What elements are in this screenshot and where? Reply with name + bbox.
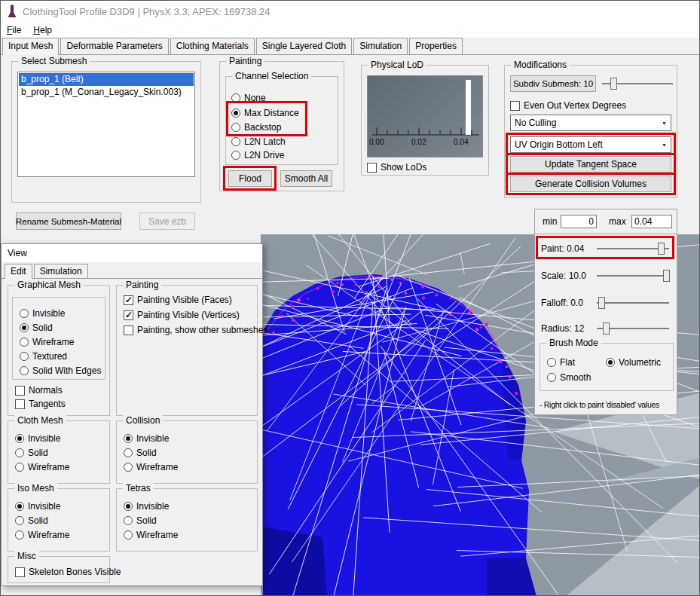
checkbox-label: Painting, show other submeshes [137, 325, 267, 335]
radio-label: Solid [136, 515, 157, 526]
brush-panel: Paint: 0.04 Scale: 10.0 Falloff: 0.0 Rad… [534, 234, 677, 415]
radio-collision-invisible[interactable]: Invisible [124, 432, 169, 445]
radio-iso-solid[interactable]: Solid [15, 515, 48, 527]
rename-submesh-material-button[interactable]: Rename Submesh-Material [16, 212, 121, 230]
radio-label: None [244, 93, 266, 103]
radio-label: Invisible [136, 501, 169, 512]
radio-icon [124, 530, 133, 539]
tab-input-mesh[interactable]: Input Mesh [2, 38, 59, 55]
radio-gm-wireframe[interactable]: Wireframe [20, 336, 74, 348]
skeleton-bones-visible-checkbox[interactable]: Skeleton Bones Visible [15, 566, 121, 578]
smooth-all-button[interactable]: Smooth All [280, 170, 332, 187]
radio-tetras-invisible[interactable]: Invisible [124, 500, 169, 512]
tab-clothing-materials[interactable]: Clothing Materials [170, 38, 255, 54]
lod-tick-2: 0.04 [454, 138, 468, 146]
radio-flat[interactable]: Flat [547, 356, 575, 368]
scale-slider[interactable] [597, 269, 669, 283]
radio-l2n-drive[interactable]: L2N Drive [231, 149, 284, 161]
radio-gm-solid[interactable]: Solid [20, 322, 53, 334]
save-ezb-button: Save ezb [139, 212, 195, 230]
radio-tetras-wireframe[interactable]: Wireframe [124, 529, 178, 541]
graphical-mesh-label: Graphical Mesh [14, 280, 84, 290]
radio-icon [124, 516, 133, 525]
radio-tetras-solid[interactable]: Solid [124, 515, 157, 527]
submesh-listbox[interactable]: b_prop_1 (Belt) b_prop_1 (M_Conan_Legacy… [17, 72, 195, 177]
radio-label: Solid [28, 515, 48, 526]
generate-collision-volumes-button[interactable]: Generate Collision Volumes [510, 176, 671, 192]
slider-thumb[interactable] [610, 78, 617, 90]
menubar: File Help [1, 22, 699, 38]
minmax-panel: min max [534, 209, 677, 234]
menu-help[interactable]: Help [33, 25, 52, 35]
painting-show-other-submeshes-checkbox[interactable]: Painting, show other submeshes [124, 324, 267, 336]
slider-track [597, 302, 669, 304]
radio-volumetric[interactable]: Volumetric [606, 356, 661, 368]
radio-collision-solid[interactable]: Solid [124, 447, 157, 459]
view-window: View Edit Simulation Graphical Mesh Invi… [1, 243, 263, 586]
radio-collision-wireframe[interactable]: Wireframe [124, 461, 178, 473]
list-item[interactable]: b_prop_1 (Belt) [19, 73, 194, 86]
tab-single-layered-cloth[interactable]: Single Layered Cloth [256, 38, 352, 54]
radio-iso-wireframe[interactable]: Wireframe [15, 529, 69, 541]
radius-slider[interactable] [597, 322, 669, 335]
titlebar[interactable]: ClothingTool Profile D3D9 | PhysX 3.3, A… [1, 1, 699, 22]
tab-simulation[interactable]: Simulation [353, 38, 408, 54]
painting-visible-faces-checkbox[interactable]: Painting Visible (Faces) [124, 294, 232, 306]
view-window-titlebar[interactable]: View [2, 244, 262, 262]
list-item[interactable]: b_prop_1 (M_Conan_Legacy_Skin.003) [19, 86, 194, 99]
radio-cloth-invisible[interactable]: Invisible [15, 432, 60, 445]
even-out-vertex-degrees-checkbox[interactable]: Even Out Vertex Degrees [510, 99, 626, 112]
radio-cloth-wireframe[interactable]: Wireframe [15, 461, 69, 473]
brush-mode-label: Brush Mode [546, 338, 601, 348]
paint-slider[interactable] [597, 242, 669, 255]
radio-icon [20, 366, 29, 375]
radio-gm-invisible[interactable]: Invisible [20, 307, 65, 319]
radio-gm-solid-with-edges[interactable]: Solid With Edges [20, 365, 101, 377]
tangents-checkbox[interactable]: Tangents [15, 398, 66, 410]
radio-icon [124, 463, 133, 472]
max-input[interactable] [631, 215, 672, 228]
chevron-down-icon: ▼ [658, 115, 671, 130]
flood-button[interactable]: Flood [228, 170, 272, 187]
slider-thumb[interactable] [663, 270, 670, 282]
radio-label: Solid [136, 448, 157, 458]
radio-label: Solid [32, 322, 53, 333]
painting-visible-vertices-checkbox[interactable]: Painting Visible (Vertices) [124, 309, 240, 321]
menu-file[interactable]: File [7, 25, 21, 35]
slider-thumb[interactable] [598, 297, 605, 309]
channel-selection-label: Channel Selection [232, 71, 311, 81]
subdiv-slider[interactable] [602, 77, 673, 90]
tab-properties[interactable]: Properties [409, 38, 463, 54]
radio-none[interactable]: None [231, 92, 266, 104]
radio-icon [15, 530, 24, 539]
normals-checkbox[interactable]: Normals [15, 384, 63, 396]
falloff-slider[interactable] [597, 296, 669, 310]
slider-thumb[interactable] [658, 243, 665, 255]
radio-smooth[interactable]: Smooth [547, 371, 591, 384]
min-input[interactable] [561, 215, 597, 228]
window-title: ClothingTool Profile D3D9 | PhysX 3.3, A… [23, 6, 271, 17]
tab-deformable-parameters[interactable]: Deformable Parameters [60, 38, 168, 54]
radio-gm-textured[interactable]: Textured [20, 350, 67, 362]
culling-dropdown[interactable]: No Culling ▼ [510, 115, 671, 131]
physical-lod-chart[interactable]: 0.00 0.02 0.04 [367, 75, 483, 157]
radio-max-distance[interactable]: Max Distance [231, 107, 299, 119]
tab-edit[interactable]: Edit [5, 264, 32, 279]
lod-tick-0: 0.00 [369, 138, 384, 146]
radio-iso-invisible[interactable]: Invisible [15, 500, 60, 512]
tab-view-simulation[interactable]: Simulation [34, 264, 88, 278]
radius-value-label: Radius: 12 [541, 323, 584, 334]
uv-origin-dropdown[interactable]: UV Origin Bottom Left ▼ [510, 136, 671, 153]
radio-label: Wireframe [28, 462, 69, 472]
radio-backstop[interactable]: Backstop [231, 121, 281, 133]
slider-thumb[interactable] [603, 322, 610, 335]
radio-l2n-latch[interactable]: L2N Latch [231, 136, 286, 148]
radio-label: Wireframe [136, 462, 178, 472]
checkbox-icon [124, 295, 133, 305]
radio-label: Wireframe [28, 530, 69, 540]
subdiv-submesh-button[interactable]: Subdiv Submesh: 10 [510, 75, 596, 92]
show-lods-checkbox[interactable]: Show LoDs [367, 161, 426, 173]
view-painting-label: Painting [123, 280, 161, 290]
radio-cloth-solid[interactable]: Solid [15, 447, 48, 459]
update-tangent-space-button[interactable]: Update Tangent Space [510, 156, 671, 173]
